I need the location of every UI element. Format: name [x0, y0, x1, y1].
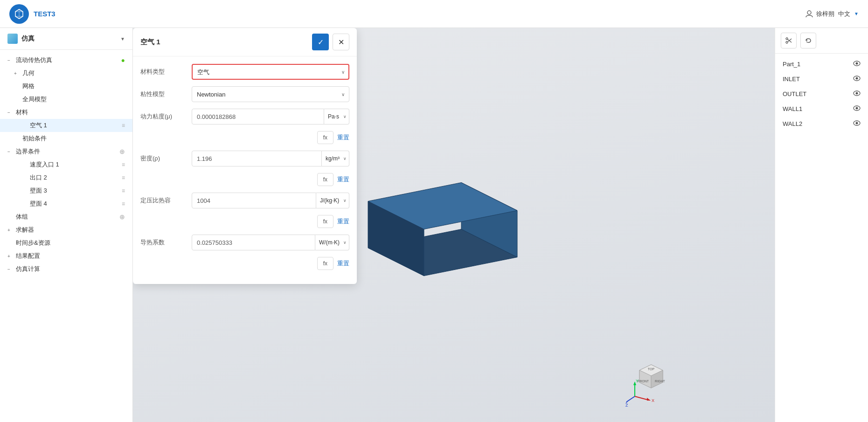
density-reset-button[interactable]: 重置 [337, 175, 349, 184]
visibility-item-outlet[interactable]: OUTLET [775, 86, 868, 101]
eye-icon[interactable] [853, 120, 861, 127]
app-logo [9, 4, 29, 24]
sidebar-item-wall3[interactable]: + 壁面 3 ≡ [0, 184, 132, 197]
language-label[interactable]: 中文 [838, 10, 850, 18]
sidebar-collapse-icon[interactable]: ▼ [120, 36, 125, 42]
language-dropdown-icon[interactable]: ▼ [854, 11, 859, 16]
eye-icon[interactable] [853, 60, 861, 68]
sidebar-item-inlet1[interactable]: + 速度入口 1 ≡ [0, 158, 132, 171]
viscosity-unit-select[interactable]: Pa·s [324, 109, 349, 125]
sidebar-item-body-group[interactable]: + 体组 ⊕ [0, 210, 132, 223]
thermal-conductivity-input[interactable] [192, 235, 315, 250]
thermal-conductivity-unit-select[interactable]: W/(m·K) [315, 235, 349, 250]
eye-icon[interactable] [853, 90, 861, 97]
3d-viewport[interactable]: 空气 1 ✓ ✕ 材料类型 空气 ∨ [133, 28, 775, 422]
visibility-item-inlet[interactable]: INLET [775, 71, 868, 86]
svg-point-31 [856, 77, 858, 80]
eye-icon[interactable] [853, 75, 861, 83]
sidebar-item-air1[interactable]: + 空气 1 ≡ [0, 119, 132, 132]
axis-cube-container: TOP FRONT RIGHT Y X Z [625, 355, 677, 408]
specific-heat-input[interactable] [192, 193, 316, 208]
tree-label: 出口 2 [30, 173, 120, 182]
sidebar-header: 仿真 ▼ [0, 28, 132, 50]
item-menu-icon[interactable]: ≡ [122, 174, 125, 181]
app-title: TEST3 [34, 10, 56, 18]
visibility-item-part1[interactable]: Part_1 [775, 56, 868, 71]
viscosity-reset-button[interactable]: 重置 [337, 133, 349, 142]
undo-button[interactable] [800, 33, 816, 48]
expand-icon: − [7, 110, 14, 115]
viscosity-model-control: Newtonian ∨ [192, 86, 349, 102]
sidebar-item-material[interactable]: − 材料 [0, 106, 132, 119]
thermal-conductivity-control: W/(m·K) [192, 235, 349, 250]
thermal-conductivity-fx-button[interactable]: fx [317, 257, 333, 270]
3d-box-svg [331, 145, 555, 304]
sidebar-item-mesh[interactable]: + 网格 [0, 80, 132, 93]
right-panel: Part_1 INLET OUTLET WALL1 [775, 28, 868, 422]
item-menu-icon[interactable]: ≡ [122, 161, 125, 168]
undo-icon [805, 37, 812, 44]
add-body-icon[interactable]: ⊕ [119, 213, 125, 221]
add-boundary-icon[interactable]: ⊕ [119, 148, 125, 155]
panel-confirm-button[interactable]: ✓ [312, 34, 329, 50]
tree-label: 边界条件 [16, 147, 118, 156]
tree-label: 壁面 3 [30, 187, 120, 195]
tree-label: 几何 [22, 69, 125, 77]
specific-heat-row: 定压比热容 J/(kg·K) [140, 193, 349, 208]
sidebar-item-wall4[interactable]: + 壁面 4 ≡ [0, 197, 132, 210]
sidebar-item-flow-sim[interactable]: − 流动传热仿真 ● [0, 54, 132, 67]
visibility-list: Part_1 INLET OUTLET WALL1 [775, 54, 868, 134]
item-menu-icon[interactable]: ≡ [122, 122, 125, 129]
sidebar-item-timestep[interactable]: + 时间步&资源 [0, 236, 132, 249]
sidebar-item-boundary-cond[interactable]: − 边界条件 ⊕ [0, 145, 132, 158]
visibility-item-wall1[interactable]: WALL1 [775, 101, 868, 116]
density-fx-row: fx 重置 [140, 173, 349, 186]
specific-heat-fx-button[interactable]: fx [317, 215, 333, 228]
specific-heat-unit-select[interactable]: J/(kg·K) [316, 193, 349, 208]
sidebar-title: 仿真 [21, 35, 35, 43]
sidebar-item-cost-calc[interactable]: − 仿真计算 [0, 263, 132, 276]
specific-heat-control: J/(kg·K) [192, 193, 349, 208]
sidebar-item-geometry[interactable]: + 几何 [0, 67, 132, 80]
density-unit-wrapper: kg/m³ [322, 151, 349, 166]
svg-text:Y: Y [636, 379, 639, 383]
thermal-conductivity-reset-button[interactable]: 重置 [337, 259, 349, 268]
main-layout: 仿真 ▼ − 流动传热仿真 ● + 几何 + 网格 + [0, 28, 868, 422]
material-type-select[interactable]: 空气 [192, 64, 349, 80]
specific-heat-reset-button[interactable]: 重置 [337, 217, 349, 226]
density-input-group: kg/m³ [192, 151, 349, 166]
item-menu-icon[interactable]: ≡ [122, 187, 125, 194]
svg-point-33 [856, 92, 858, 95]
density-input[interactable] [192, 151, 322, 166]
scissors-button[interactable] [781, 33, 797, 48]
tree-label: 流动传热仿真 [16, 56, 119, 64]
visibility-item-label: INLET [783, 76, 800, 83]
dynamic-viscosity-control: Pa·s [192, 109, 349, 125]
eye-icon[interactable] [853, 105, 861, 112]
panel-close-button[interactable]: ✕ [333, 34, 349, 50]
viscosity-model-select[interactable]: Newtonian [192, 86, 349, 102]
density-unit-select[interactable]: kg/m³ [322, 151, 349, 166]
sidebar-item-initial-cond[interactable]: + 初始条件 [0, 132, 132, 145]
svg-text:TOP: TOP [648, 367, 655, 371]
viscosity-fx-button[interactable]: fx [317, 131, 333, 144]
thermal-conductivity-row: 导热系数 W/(m·K) [140, 235, 349, 250]
sidebar-item-result-config[interactable]: + 结果配置 [0, 249, 132, 263]
sidebar-item-global-model[interactable]: + 全局模型 [0, 93, 132, 106]
specific-heat-input-group: J/(kg·K) [192, 193, 349, 208]
tree-label: 初始条件 [22, 134, 125, 143]
dynamic-viscosity-input[interactable] [192, 109, 324, 125]
sidebar-item-outlet2[interactable]: + 出口 2 ≡ [0, 171, 132, 184]
density-fx-button[interactable]: fx [317, 173, 333, 186]
expand-icon: − [7, 267, 14, 272]
expand-icon: + [7, 228, 14, 233]
thermal-conductivity-fx-row: fx 重置 [140, 257, 349, 270]
visibility-item-wall2[interactable]: WALL2 [775, 116, 868, 131]
item-menu-icon[interactable]: ≡ [122, 201, 125, 207]
thermal-conductivity-unit-wrapper: W/(m·K) [315, 235, 349, 250]
sidebar-item-solver[interactable]: + 求解器 [0, 223, 132, 236]
tree-label: 仿真计算 [16, 265, 125, 273]
svg-text:RIGHT: RIGHT [655, 380, 666, 383]
svg-line-20 [626, 396, 635, 402]
material-type-control: 空气 ∨ [192, 64, 349, 80]
